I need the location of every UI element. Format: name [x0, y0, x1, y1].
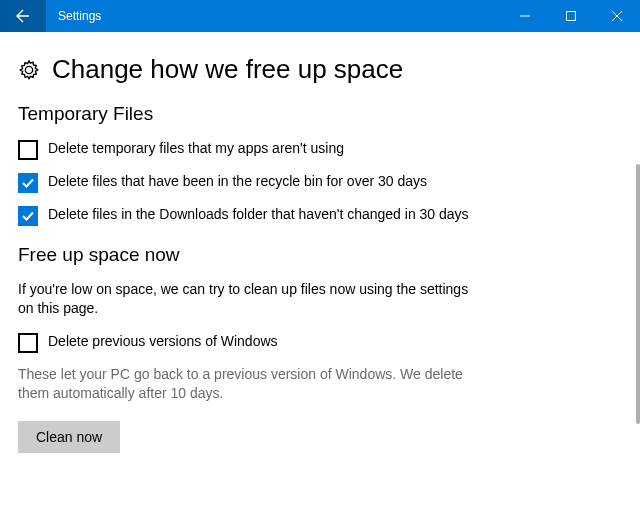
temp-files-checkbox-2[interactable] — [18, 173, 38, 193]
svg-rect-0 — [567, 12, 576, 21]
gear-icon — [18, 59, 40, 81]
temp-files-option-3: Delete files in the Downloads folder tha… — [18, 205, 478, 226]
close-button[interactable] — [594, 0, 640, 32]
page-heading-row: Change how we free up space — [18, 54, 614, 85]
back-arrow-icon — [15, 8, 31, 24]
maximize-button[interactable] — [548, 0, 594, 32]
temp-files-checkbox-1[interactable] — [18, 140, 38, 160]
scrollbar-thumb[interactable] — [636, 164, 640, 424]
free-up-now-heading: Free up space now — [18, 244, 614, 266]
temp-files-checkbox-3[interactable] — [18, 206, 38, 226]
previous-versions-label: Delete previous versions of Windows — [48, 332, 278, 351]
temporary-files-heading: Temporary Files — [18, 103, 614, 125]
temp-files-option-2: Delete files that have been in the recyc… — [18, 172, 478, 193]
scrollbar-track[interactable] — [634, 32, 640, 517]
window-title: Settings — [46, 0, 502, 32]
temp-files-label-1: Delete temporary files that my apps aren… — [48, 139, 344, 158]
previous-versions-option: Delete previous versions of Windows — [18, 332, 478, 353]
back-button[interactable] — [0, 0, 46, 32]
close-icon — [612, 11, 622, 21]
content-area: Change how we free up space Temporary Fi… — [0, 32, 640, 517]
check-icon — [21, 209, 35, 223]
temp-files-option-1: Delete temporary files that my apps aren… — [18, 139, 478, 160]
page-title: Change how we free up space — [52, 54, 403, 85]
minimize-icon — [520, 11, 530, 21]
clean-now-button[interactable]: Clean now — [18, 421, 120, 453]
previous-versions-help: These let your PC go back to a previous … — [18, 365, 478, 403]
minimize-button[interactable] — [502, 0, 548, 32]
maximize-icon — [566, 11, 576, 21]
window-controls — [502, 0, 640, 32]
temp-files-label-2: Delete files that have been in the recyc… — [48, 172, 427, 191]
previous-versions-checkbox[interactable] — [18, 333, 38, 353]
titlebar: Settings — [0, 0, 640, 32]
temp-files-label-3: Delete files in the Downloads folder tha… — [48, 205, 469, 224]
free-up-now-description: If you're low on space, we can try to cl… — [18, 280, 478, 318]
check-icon — [21, 176, 35, 190]
